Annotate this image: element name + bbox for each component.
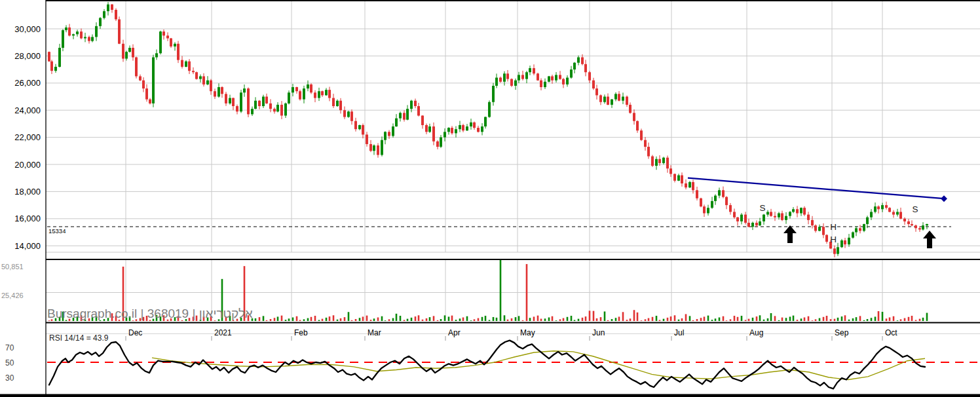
- chart-canvas: 15334SHHS30,00028,00026,00024,00022,0002…: [0, 0, 980, 397]
- svg-text:50,851: 50,851: [1, 263, 24, 271]
- time-axis-labels: Dec2021FebMarAprMayJunJulAugSepOct: [126, 328, 897, 341]
- svg-text:Apr: Apr: [448, 328, 461, 337]
- shoulder-head-letter: H: [830, 235, 837, 244]
- svg-text:16,000: 16,000: [14, 214, 41, 223]
- rsi-main-line: [49, 341, 925, 389]
- shoulder-head-letter: S: [912, 204, 918, 214]
- svg-text:Feb: Feb: [294, 328, 308, 337]
- svg-text:15334: 15334: [48, 227, 66, 235]
- svg-text:Jun: Jun: [592, 328, 605, 337]
- trendline-end-diamond-icon: [941, 195, 947, 202]
- rsi-signal-line: [152, 351, 925, 380]
- pattern-annotations: SHHS: [759, 203, 936, 259]
- svg-text:Sep: Sep: [835, 328, 849, 337]
- svg-text:26,000: 26,000: [14, 78, 41, 88]
- svg-text:2021: 2021: [214, 328, 232, 337]
- svg-text:Oct: Oct: [885, 328, 897, 337]
- gridlines: [46, 1, 980, 334]
- svg-text:25,426: 25,426: [1, 292, 24, 299]
- svg-text:Aug: Aug: [749, 328, 763, 337]
- svg-text:20,000: 20,000: [14, 160, 41, 170]
- volume-axis-labels: 50,85125,426: [1, 263, 24, 299]
- svg-text:30: 30: [5, 373, 14, 383]
- watermark-label: Bursagraph.co.il | 368019 | אלקטריאון: [47, 307, 253, 321]
- svg-text:22,000: 22,000: [14, 132, 41, 142]
- svg-text:Dec: Dec: [128, 328, 142, 337]
- rsi-panel: [47, 341, 977, 389]
- shoulder-head-letter: H: [830, 222, 837, 232]
- svg-text:Jul: Jul: [674, 328, 684, 337]
- svg-text:24,000: 24,000: [14, 105, 41, 115]
- svg-text:14,000: 14,000: [14, 241, 41, 251]
- panel-borders: [0, 0, 980, 397]
- svg-text:May: May: [520, 328, 535, 337]
- svg-text:50: 50: [5, 358, 14, 368]
- stock-chart-root: 15334SHHS30,00028,00026,00024,00022,0002…: [0, 0, 980, 397]
- rsi-indicator-label: RSI 14/14 = 43.9: [49, 333, 108, 343]
- svg-text:Mar: Mar: [368, 328, 381, 337]
- shoulder-head-letter: S: [759, 203, 765, 213]
- svg-text:30,000: 30,000: [14, 24, 41, 34]
- rsi-axis-labels: 705030: [5, 343, 14, 383]
- svg-text:70: 70: [5, 343, 14, 352]
- price-axis-labels: 30,00028,00026,00024,00022,00020,00018,0…: [14, 24, 41, 251]
- svg-text:18,000: 18,000: [14, 187, 41, 197]
- candles-layer: [48, 2, 928, 257]
- svg-text:28,000: 28,000: [14, 51, 41, 61]
- up-arrow-icon: [783, 225, 797, 243]
